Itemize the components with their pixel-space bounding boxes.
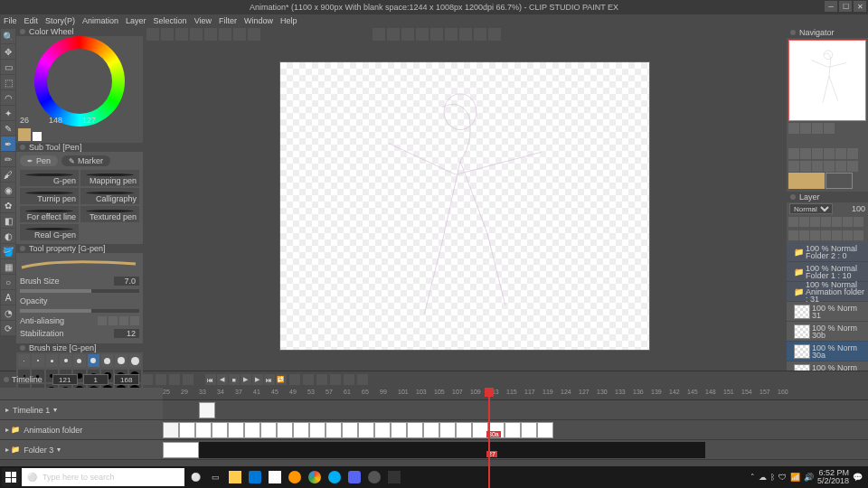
tool-eyedropper[interactable]: ✎ — [1, 121, 15, 136]
tool-figure[interactable]: ○ — [1, 275, 15, 289]
maximize-button[interactable]: ☐ — [839, 1, 852, 12]
tool-gradient[interactable]: ▦ — [1, 259, 15, 274]
tool-lasso[interactable]: ◠ — [1, 90, 15, 105]
brush-size-9[interactable] — [115, 354, 127, 367]
menu-file[interactable]: File — [4, 16, 17, 25]
frame-current[interactable] — [52, 374, 78, 385]
close-button[interactable]: ✕ — [854, 1, 866, 12]
blend-mode[interactable]: Normal — [789, 203, 833, 214]
tray-security-icon[interactable]: 🛡 — [778, 473, 787, 482]
edge-icon[interactable] — [246, 468, 264, 486]
tool-fill[interactable]: 🪣 — [1, 244, 15, 258]
brush-size-7[interactable] — [88, 354, 99, 367]
search-box[interactable]: ⚪ Type here to search — [22, 468, 184, 486]
layer-opacity[interactable]: 100 — [852, 204, 865, 213]
tool-brush[interactable]: 🖌 — [1, 167, 15, 182]
subtool-tab-pen[interactable]: ✒ Pen — [20, 155, 58, 166]
app-icon-1[interactable] — [365, 468, 383, 486]
tool-airbrush[interactable]: ◉ — [1, 183, 15, 197]
play-next[interactable]: ▶ — [252, 374, 263, 385]
layer-Folder110[interactable]: 📁100 % NormalFolder 1 : 10 — [787, 262, 868, 282]
tray-volume-icon[interactable]: 🔊 — [804, 473, 814, 482]
layer-30b[interactable]: 100 % Norm30b — [787, 322, 868, 342]
brush-size-3[interactable] — [46, 354, 58, 367]
tray-wifi-icon[interactable]: 📶 — [790, 473, 800, 482]
tool-move[interactable]: ✥ — [1, 44, 15, 59]
notifications-icon[interactable]: 💬 — [853, 473, 863, 482]
tool-zoom[interactable]: 🔍 — [1, 29, 15, 43]
quick-swatch[interactable] — [788, 173, 825, 189]
minimize-button[interactable]: ─ — [825, 1, 837, 12]
brush-size-8[interactable] — [101, 354, 113, 367]
tool-marquee[interactable]: ⬚ — [1, 75, 15, 89]
track-timeline1[interactable]: ▸ Timeline 1 ▾ — [0, 400, 163, 420]
start-button[interactable] — [2, 468, 20, 486]
menu-layer[interactable]: Layer — [126, 16, 146, 25]
aa-option[interactable] — [98, 316, 107, 325]
menu-animation[interactable]: Animation — [82, 16, 118, 25]
stabilization-value[interactable]: 12 — [114, 329, 139, 338]
explorer-icon[interactable] — [226, 468, 244, 486]
subtool-effect[interactable]: For effect line — [20, 206, 79, 222]
timeline-ruler[interactable]: 2529333437414549535761659910110310510710… — [163, 388, 868, 400]
track-row-2[interactable]: 30a — [163, 420, 868, 440]
play-prev[interactable]: ◀ — [217, 374, 228, 385]
subtool-gpen[interactable]: G-pen — [20, 170, 79, 186]
menu-story[interactable]: Story(P) — [45, 16, 75, 25]
tray-bluetooth-icon[interactable]: ᛒ — [770, 473, 775, 482]
brush-size-1[interactable] — [18, 354, 30, 367]
tool-pen[interactable]: ✒ — [1, 136, 15, 151]
subtool-textured[interactable]: Textured pen — [80, 206, 139, 222]
opacity-slider[interactable] — [20, 309, 139, 313]
brush-size-10[interactable] — [129, 354, 141, 367]
brush-size-value[interactable]: 7.0 — [114, 277, 139, 286]
brush-size-4[interactable] — [60, 354, 71, 367]
tool-decoration[interactable]: ✿ — [1, 198, 15, 212]
layer-29[interactable]: 100 % Norm29 — [787, 361, 868, 371]
play-last[interactable]: ⏭ — [264, 374, 275, 385]
store-icon[interactable] — [266, 468, 284, 486]
layer-30a[interactable]: 100 % Norm30a — [787, 342, 868, 361]
subtool-mapping[interactable]: Mapping pen — [80, 170, 139, 186]
menu-help[interactable]: Help — [280, 16, 297, 25]
menu-window[interactable]: Window — [244, 16, 273, 25]
brush-size-5[interactable] — [73, 354, 85, 367]
clock[interactable]: 6:52 PM5/2/2018 — [817, 469, 849, 485]
taskview-icon[interactable]: ▭ — [206, 468, 224, 486]
track-row-1[interactable] — [163, 400, 868, 420]
play-loop[interactable]: 🔁 — [276, 374, 287, 385]
menu-selection[interactable]: Selection — [154, 16, 187, 25]
track-row-3[interactable]: 27 — [163, 440, 868, 460]
brush-size-slider[interactable] — [20, 289, 139, 293]
tool-balloon[interactable]: ◔ — [1, 305, 15, 320]
subtool-realg[interactable]: Real G-pen — [20, 224, 79, 240]
color-wheel[interactable]: 26 148 127 — [16, 36, 143, 127]
tool-blend[interactable]: ◐ — [1, 229, 15, 243]
tray-up-icon[interactable]: ˄ — [750, 473, 755, 482]
frame-start[interactable] — [83, 374, 108, 385]
subtool-calligraphy[interactable]: Calligraphy — [80, 188, 139, 204]
canvas[interactable] — [279, 61, 650, 351]
bg-color[interactable] — [33, 132, 42, 141]
track-folder3[interactable]: ▸ 📁 Folder 3 ▾ — [0, 440, 163, 460]
navigator-view[interactable] — [788, 40, 866, 121]
layer-Animationfolder31[interactable]: 📁100 % NormalAnimation folder : 31 — [787, 282, 868, 302]
tool-pencil[interactable]: ✏ — [1, 152, 15, 166]
layer-31[interactable]: 100 % Norm31 — [787, 302, 868, 322]
track-animfolder[interactable]: ▸ 📁 Animation folder — [0, 420, 163, 440]
skype-icon[interactable] — [326, 468, 344, 486]
menu-view[interactable]: View — [194, 16, 212, 25]
tool-correct[interactable]: ⟳ — [1, 321, 15, 335]
tool-eraser[interactable]: ◧ — [1, 213, 15, 228]
play-stop[interactable]: ■ — [229, 374, 240, 385]
tool-operation[interactable]: ▭ — [1, 60, 15, 74]
cortana-icon[interactable]: ⚪ — [186, 468, 204, 486]
playhead[interactable]: 121 — [488, 388, 490, 488]
tray-cloud-icon[interactable]: ☁ — [759, 473, 767, 482]
tool-wand[interactable]: ✦ — [1, 106, 15, 120]
play-play[interactable]: ▶ — [241, 374, 251, 385]
menu-filter[interactable]: Filter — [219, 16, 237, 25]
discord-icon[interactable] — [345, 468, 363, 486]
tool-text[interactable]: A — [1, 290, 15, 305]
menu-edit[interactable]: Edit — [24, 16, 39, 25]
